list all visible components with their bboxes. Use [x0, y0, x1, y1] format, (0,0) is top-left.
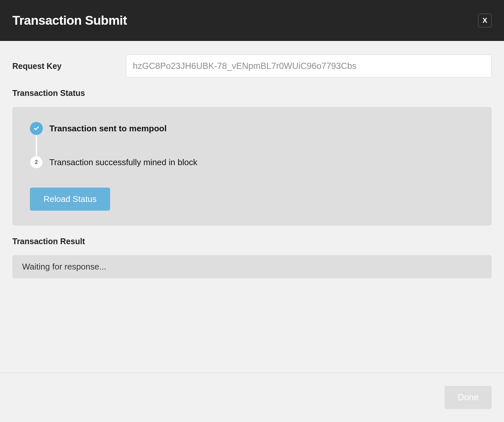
status-step-1-label: Transaction sent to mempool: [49, 124, 167, 134]
check-circle-icon: [30, 122, 43, 135]
modal-title: Transaction Submit: [12, 13, 127, 28]
status-step-2-label: Transaction successfully mined in block: [49, 157, 197, 167]
step-connector: [36, 135, 37, 157]
transaction-result-label: Transaction Result: [12, 237, 492, 246]
request-key-row: Request Key: [12, 55, 492, 77]
reload-status-button[interactable]: Reload Status: [30, 188, 110, 211]
status-step-1: Transaction sent to mempool: [30, 122, 474, 135]
status-card: Transaction sent to mempool 2 Transactio…: [12, 107, 492, 226]
step-number-icon: 2: [30, 156, 43, 169]
status-step-2: 2 Transaction successfully mined in bloc…: [30, 156, 474, 169]
transaction-status-label: Transaction Status: [12, 88, 492, 98]
modal-header: Transaction Submit X: [0, 0, 504, 41]
modal-body: Request Key Transaction Status Transacti…: [0, 41, 504, 285]
close-button[interactable]: X: [478, 14, 492, 27]
done-button[interactable]: Done: [445, 386, 492, 409]
result-message: Waiting for response...: [12, 255, 492, 278]
request-key-input[interactable]: [126, 55, 492, 77]
modal-footer: Done: [0, 373, 504, 422]
request-key-label: Request Key: [12, 61, 126, 71]
